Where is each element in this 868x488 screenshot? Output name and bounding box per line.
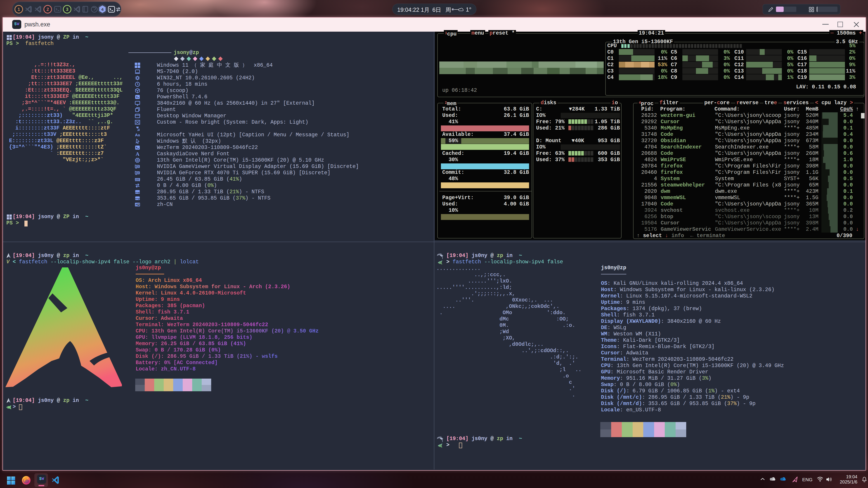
svg-text:2: 2 <box>46 7 49 12</box>
svg-text:4: 4 <box>101 7 103 12</box>
svg-text:3: 3 <box>66 7 68 12</box>
svg-text:1: 1 <box>18 7 20 12</box>
svg-text:A: A <box>136 151 140 157</box>
svg-text:A: A <box>135 203 137 206</box>
svg-text:Aa: Aa <box>135 133 140 137</box>
